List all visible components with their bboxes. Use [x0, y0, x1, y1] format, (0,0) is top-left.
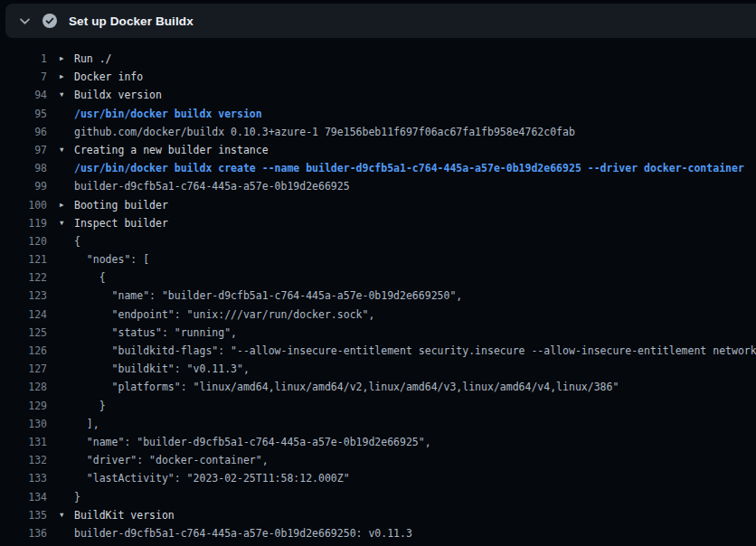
log-line: 128 "platforms": "linux/amd64,linux/amd6… — [0, 378, 756, 396]
step-header[interactable]: Set up Docker Buildx — [5, 4, 756, 38]
line-number: 129 — [0, 397, 47, 415]
chevron-down-icon[interactable] — [17, 14, 32, 28]
log-line: 134 } — [0, 488, 756, 506]
log-line[interactable]: 94 ▼ Buildx version — [0, 86, 756, 104]
log-area: 1 ▶ Run ./ 7 ▶ Docker info 94 ▼ Buildx v… — [0, 38, 756, 546]
log-text: BuildKit version — [74, 506, 756, 524]
log-line: 95 /usr/bin/docker buildx version — [0, 105, 756, 123]
log-text: "status": "running", — [74, 324, 756, 342]
check-circle-icon — [43, 14, 57, 28]
log-text: Inspect builder — [74, 214, 756, 232]
line-number: 99 — [0, 177, 47, 195]
log-text: /usr/bin/docker buildx create --name bui… — [74, 159, 756, 177]
line-number: 98 — [0, 159, 47, 177]
log-text: "buildkitd-flags": "--allow-insecure-ent… — [74, 342, 756, 360]
step-title: Set up Docker Buildx — [69, 14, 194, 28]
log-line: 130 ], — [0, 415, 756, 433]
log-text: } — [74, 397, 756, 415]
line-number: 132 — [0, 451, 47, 469]
log-line: 120 { — [0, 232, 756, 250]
line-number: 122 — [0, 268, 47, 287]
group-toggle-icon[interactable]: ▼ — [60, 214, 74, 232]
log-line: 129 } — [0, 397, 756, 415]
log-text: "nodes": [ — [74, 250, 756, 268]
line-number: 126 — [0, 342, 47, 360]
group-toggle-icon[interactable]: ▶ — [60, 50, 74, 68]
line-number: 130 — [0, 415, 47, 433]
group-toggle-icon[interactable]: ▼ — [60, 506, 74, 524]
log-text: /usr/bin/docker buildx version — [74, 105, 756, 123]
log-line: 125 "status": "running", — [0, 324, 756, 342]
log-text: Booting builder — [74, 196, 756, 214]
log-line: 131 "name": "builder-d9cfb5a1-c764-445a-… — [0, 433, 756, 451]
line-number: 121 — [0, 250, 47, 268]
log-text: ], — [74, 415, 756, 433]
log-text: "buildkit": "v0.11.3", — [74, 360, 756, 378]
log-line[interactable]: 135 ▼ BuildKit version — [0, 506, 756, 524]
log-line: 121 "nodes": [ — [0, 250, 756, 268]
line-number: 94 — [0, 86, 47, 104]
log-text: builder-d9cfb5a1-c764-445a-a57e-0b19d2e6… — [74, 177, 756, 195]
log-text: "driver": "docker-container", — [74, 451, 756, 469]
log-line: 132 "driver": "docker-container", — [0, 451, 756, 469]
line-number: 131 — [0, 433, 47, 451]
log-text: Docker info — [74, 68, 756, 86]
log-line: 136 builder-d9cfb5a1-c764-445a-a57e-0b19… — [0, 524, 756, 542]
line-number: 7 — [0, 68, 47, 86]
log-text: Creating a new builder instance — [74, 141, 756, 159]
group-toggle-icon[interactable]: ▼ — [60, 141, 74, 159]
log-text: "name": "builder-d9cfb5a1-c764-445a-a57e… — [74, 287, 756, 305]
line-number: 119 — [0, 214, 47, 232]
log-text: Run ./ — [74, 50, 756, 68]
log-text: } — [74, 488, 756, 506]
line-number: 136 — [0, 524, 47, 542]
log-text: { — [74, 232, 756, 250]
log-text: "platforms": "linux/amd64,linux/amd64/v2… — [74, 378, 756, 396]
line-number: 125 — [0, 324, 47, 342]
log-text: "endpoint": "unix:///var/run/docker.sock… — [74, 306, 756, 324]
log-line[interactable]: 1 ▶ Run ./ — [0, 50, 756, 68]
log-text: { — [74, 268, 756, 287]
line-number: 97 — [0, 141, 47, 159]
log-line: 126 "buildkitd-flags": "--allow-insecure… — [0, 342, 756, 360]
line-number: 128 — [0, 378, 47, 396]
line-number: 127 — [0, 360, 47, 378]
group-toggle-icon[interactable]: ▶ — [60, 196, 74, 214]
group-toggle-icon[interactable]: ▶ — [60, 68, 74, 86]
log-text: Buildx version — [74, 86, 756, 104]
log-line[interactable]: 100 ▶ Booting builder — [0, 196, 756, 214]
line-number: 124 — [0, 306, 47, 324]
log-line: 98 /usr/bin/docker buildx create --name … — [0, 159, 756, 177]
line-number: 120 — [0, 232, 47, 250]
log-text: "lastActivity": "2023-02-25T11:58:12.000… — [74, 469, 756, 487]
log-line: 133 "lastActivity": "2023-02-25T11:58:12… — [0, 469, 756, 487]
line-number: 123 — [0, 287, 47, 305]
group-toggle-icon[interactable]: ▼ — [60, 86, 74, 104]
line-number: 133 — [0, 469, 47, 487]
log-line: 127 "buildkit": "v0.11.3", — [0, 360, 756, 378]
log-line: 96 github.com/docker/buildx 0.10.3+azure… — [0, 123, 756, 141]
log-line[interactable]: 119 ▼ Inspect builder — [0, 214, 756, 232]
line-number: 95 — [0, 105, 47, 123]
log-line: 122 { — [0, 268, 756, 287]
log-text: "name": "builder-d9cfb5a1-c764-445a-a57e… — [74, 433, 756, 451]
log-line: 123 "name": "builder-d9cfb5a1-c764-445a-… — [0, 287, 756, 305]
log-line[interactable]: 7 ▶ Docker info — [0, 68, 756, 86]
line-number: 100 — [0, 196, 47, 214]
log-text: builder-d9cfb5a1-c764-445a-a57e-0b19d2e6… — [74, 524, 756, 542]
log-line: 124 "endpoint": "unix:///var/run/docker.… — [0, 306, 756, 324]
line-number: 1 — [0, 50, 47, 68]
log-line[interactable]: 97 ▼ Creating a new builder instance — [0, 141, 756, 159]
line-number: 96 — [0, 123, 47, 141]
line-number: 134 — [0, 488, 47, 506]
line-number: 135 — [0, 506, 47, 524]
log-line: 99 builder-d9cfb5a1-c764-445a-a57e-0b19d… — [0, 177, 756, 195]
log-text: github.com/docker/buildx 0.10.3+azure-1 … — [74, 123, 756, 141]
